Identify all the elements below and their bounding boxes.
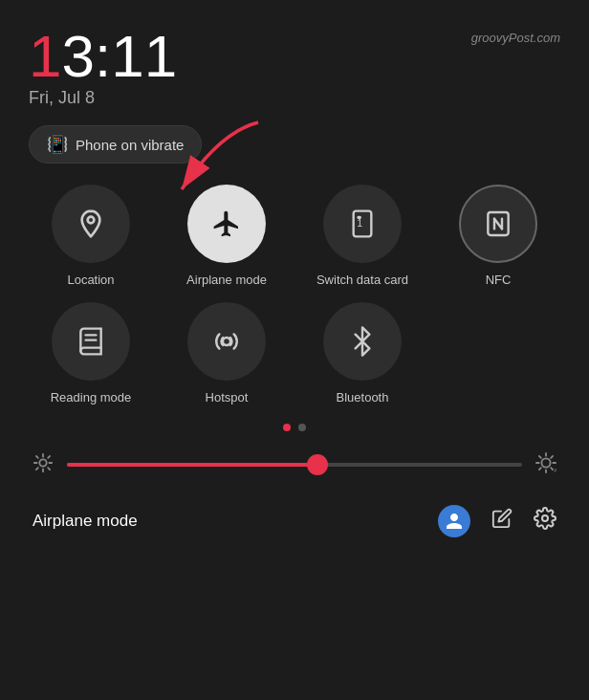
tile-icon-hotspot bbox=[187, 302, 266, 381]
vibrate-icon: 📳 bbox=[47, 134, 68, 155]
svg-point-0 bbox=[88, 217, 95, 224]
svg-line-14 bbox=[36, 468, 38, 470]
svg-text:1: 1 bbox=[357, 217, 362, 229]
svg-point-26 bbox=[542, 515, 548, 521]
watermark: groovyPost.com bbox=[471, 31, 560, 45]
svg-text:A: A bbox=[554, 468, 556, 473]
brightness-slider-track[interactable] bbox=[67, 463, 522, 467]
bottom-icons bbox=[438, 505, 556, 537]
svg-line-20 bbox=[551, 468, 553, 470]
dot-2[interactable] bbox=[298, 424, 306, 431]
tile-bluetooth[interactable]: Bluetooth bbox=[300, 302, 425, 406]
clock: 13:11 bbox=[29, 27, 177, 86]
tile-reading[interactable]: Reading mode bbox=[29, 302, 153, 406]
svg-line-24 bbox=[551, 456, 553, 458]
tile-label-switch-data: Switch data card bbox=[316, 273, 408, 289]
tile-airplane[interactable]: Airplane mode bbox=[164, 185, 289, 289]
quick-settings-panel: 13:11 Fri, Jul 8 groovyPost.com 📳 Phone … bbox=[0, 0, 589, 700]
svg-line-10 bbox=[36, 456, 38, 458]
svg-line-11 bbox=[48, 468, 50, 470]
header: 13:11 Fri, Jul 8 groovyPost.com bbox=[29, 27, 560, 108]
svg-line-19 bbox=[539, 456, 541, 458]
tile-label-hotspot: Hotspot bbox=[206, 390, 249, 406]
settings-icon[interactable] bbox=[534, 507, 556, 536]
brightness-row: A bbox=[29, 452, 560, 478]
svg-point-6 bbox=[223, 338, 230, 345]
tile-switch-data[interactable]: 1 Switch data card bbox=[300, 185, 425, 289]
brightness-high-icon: A bbox=[535, 452, 556, 478]
tile-location[interactable]: Location bbox=[29, 185, 153, 289]
date: Fri, Jul 8 bbox=[29, 88, 177, 108]
brightness-slider-thumb[interactable] bbox=[307, 454, 328, 475]
edit-icon[interactable] bbox=[491, 508, 513, 535]
bottom-bar: Airplane mode bbox=[29, 505, 560, 537]
tile-nfc[interactable]: NFC bbox=[436, 185, 560, 289]
tile-icon-switch-data: 1 bbox=[323, 185, 402, 263]
tile-label-airplane: Airplane mode bbox=[186, 273, 267, 289]
tile-icon-reading bbox=[52, 302, 130, 381]
bottom-label: Airplane mode bbox=[33, 512, 138, 531]
svg-line-15 bbox=[48, 456, 50, 458]
brightness-low-icon bbox=[33, 452, 54, 478]
tile-icon-location bbox=[52, 185, 130, 263]
tile-icon-bluetooth bbox=[323, 302, 402, 381]
vibrate-badge[interactable]: 📳 Phone on vibrate bbox=[29, 125, 202, 164]
brightness-slider-fill bbox=[67, 463, 317, 467]
tiles-row2: Reading mode Hotspot Bluet bbox=[29, 302, 560, 406]
tile-hotspot[interactable]: Hotspot bbox=[164, 302, 289, 406]
tile-icon-airplane bbox=[187, 185, 266, 263]
tile-label-bluetooth: Bluetooth bbox=[337, 390, 389, 406]
avatar-icon[interactable] bbox=[438, 505, 470, 537]
time-rest: 3:11 bbox=[61, 23, 177, 89]
tile-icon-nfc bbox=[459, 185, 537, 263]
dot-1[interactable] bbox=[283, 424, 291, 431]
vibrate-label: Phone on vibrate bbox=[76, 137, 184, 153]
svg-point-7 bbox=[39, 459, 46, 466]
tiles-row1: Location Airplane mode 1 Switch data car… bbox=[29, 185, 560, 289]
tile-empty bbox=[436, 302, 560, 406]
time-date: 13:11 Fri, Jul 8 bbox=[29, 27, 177, 108]
svg-point-16 bbox=[541, 458, 550, 467]
svg-line-23 bbox=[539, 468, 541, 470]
pagination-dots bbox=[29, 424, 560, 431]
tile-label-nfc: NFC bbox=[486, 273, 512, 289]
tile-label-reading: Reading mode bbox=[51, 390, 132, 406]
time-red: 1 bbox=[29, 23, 61, 89]
tile-label-location: Location bbox=[67, 273, 114, 289]
